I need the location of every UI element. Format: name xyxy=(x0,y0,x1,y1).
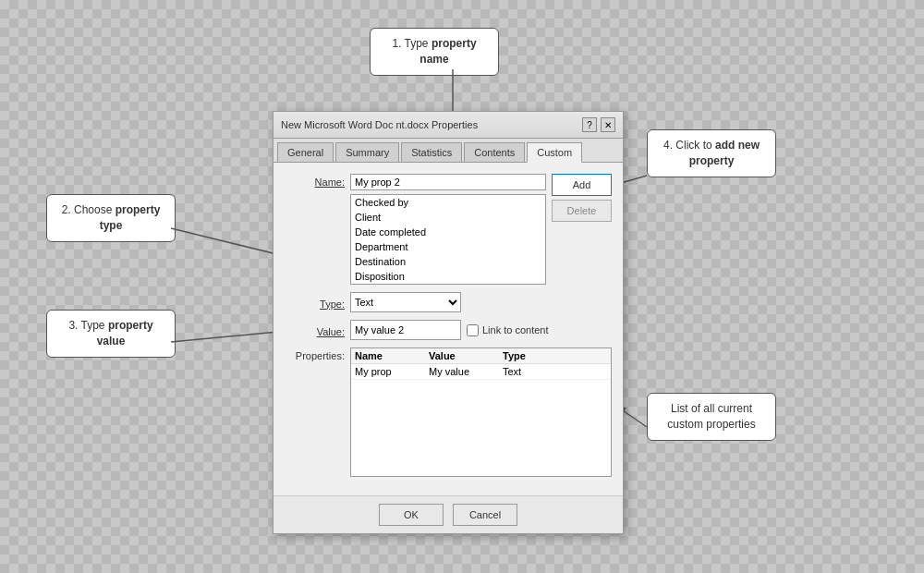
callout-list-properties: List of all current custom properties xyxy=(647,393,776,441)
type-row: Type: Text Date Number Yes or No xyxy=(285,292,612,312)
tab-contents[interactable]: Contents xyxy=(464,142,525,162)
callout-5-text: List of all current custom properties xyxy=(667,402,755,431)
callout-1-text: 1. Type property name xyxy=(392,37,476,66)
row-value: My value xyxy=(429,366,503,377)
name-input[interactable] xyxy=(350,174,546,190)
link-checkbox[interactable] xyxy=(467,324,479,336)
col-type-header: Type xyxy=(503,350,558,361)
callout-choose-type: 2. Choose property type xyxy=(46,194,176,242)
type-label: Type: xyxy=(285,296,345,310)
table-header: Name Value Type xyxy=(351,348,611,364)
name-right: Checked by Client Date completed Departm… xyxy=(350,174,612,285)
value-row: Value: Link to content xyxy=(285,320,612,340)
help-button[interactable]: ? xyxy=(582,117,597,132)
properties-dialog: New Microsoft Word Doc nt.docx Propertie… xyxy=(273,111,624,534)
callout-4-text: 4. Click to add new property xyxy=(663,139,760,167)
list-item[interactable]: Date completed xyxy=(351,225,545,239)
tab-statistics[interactable]: Statistics xyxy=(401,142,462,162)
ok-button[interactable]: OK xyxy=(379,504,444,526)
list-item[interactable]: Checked by xyxy=(351,195,545,210)
properties-label: Properties: xyxy=(285,347,345,361)
col-name-header: Name xyxy=(355,350,429,361)
dialog-footer: OK Cancel xyxy=(274,495,623,533)
name-row: Name: Checked by Client Date completed D… xyxy=(285,174,612,285)
row-name: My prop xyxy=(355,366,429,377)
tab-summary[interactable]: Summary xyxy=(335,142,399,162)
callout-type-value: 3. Type property value xyxy=(46,310,176,358)
dialog-titlebar: New Microsoft Word Doc nt.docx Propertie… xyxy=(274,112,623,139)
list-item[interactable]: Client xyxy=(351,210,545,225)
link-label[interactable]: Link to content xyxy=(467,324,549,336)
dialog-controls: ? ✕ xyxy=(582,117,615,132)
row-type: Text xyxy=(503,366,558,377)
value-label: Value: xyxy=(285,323,345,337)
name-label: Name: xyxy=(285,174,345,188)
action-buttons: Add Delete xyxy=(552,174,612,222)
property-listbox[interactable]: Checked by Client Date completed Departm… xyxy=(350,194,546,285)
dialog-content: Name: Checked by Client Date completed D… xyxy=(274,163,623,495)
tab-general[interactable]: General xyxy=(277,142,334,162)
type-select[interactable]: Text Date Number Yes or No xyxy=(350,292,461,312)
list-item[interactable]: Destination xyxy=(351,254,545,269)
value-input[interactable] xyxy=(350,320,461,340)
add-button[interactable]: Add xyxy=(552,174,612,196)
dialog-title: New Microsoft Word Doc nt.docx Propertie… xyxy=(281,119,478,130)
callout-type-name: 1. Type property name xyxy=(370,28,499,76)
tab-bar: General Summary Statistics Contents Cust… xyxy=(274,139,623,163)
link-text: Link to content xyxy=(482,324,549,335)
table-row[interactable]: My prop My value Text xyxy=(351,364,611,380)
callout-add-property: 4. Click to add new property xyxy=(647,129,776,177)
tab-custom[interactable]: Custom xyxy=(527,142,582,163)
list-item[interactable]: Department xyxy=(351,239,545,254)
col-value-header: Value xyxy=(429,350,503,361)
properties-section: Properties: Name Value Type My prop My v… xyxy=(285,347,612,477)
cancel-button[interactable]: Cancel xyxy=(453,504,517,526)
list-item[interactable]: Disposition xyxy=(351,269,545,284)
delete-button: Delete xyxy=(552,200,612,222)
properties-table: Name Value Type My prop My value Text xyxy=(350,347,612,477)
close-button[interactable]: ✕ xyxy=(601,117,615,132)
callout-2-text: 2. Choose property type xyxy=(62,203,161,232)
callout-3-text: 3. Type property value xyxy=(68,319,152,347)
